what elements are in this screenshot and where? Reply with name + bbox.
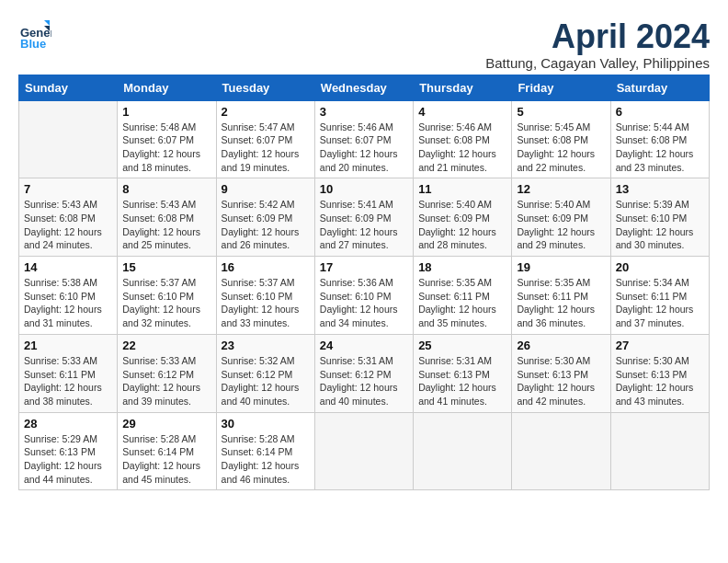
day-number: 25 <box>418 339 506 352</box>
calendar-cell: 10Sunrise: 5:41 AMSunset: 6:09 PMDayligh… <box>314 178 413 257</box>
day-number: 9 <box>222 182 310 196</box>
header-monday: Monday <box>118 75 216 100</box>
calendar-cell: 22Sunrise: 5:33 AMSunset: 6:12 PMDayligh… <box>118 334 216 412</box>
day-info: Sunrise: 5:38 AMSunset: 6:10 PMDaylight:… <box>24 276 112 330</box>
page-container: General Blue April 2024 Battung, Cagayan… <box>18 18 710 490</box>
day-number: 4 <box>418 105 506 119</box>
day-info: Sunrise: 5:40 AMSunset: 6:09 PMDaylight:… <box>418 198 506 252</box>
day-info: Sunrise: 5:29 AMSunset: 6:13 PMDaylight:… <box>24 432 112 487</box>
day-info: Sunrise: 5:31 AMSunset: 6:13 PMDaylight:… <box>418 354 506 408</box>
calendar-cell: 2Sunrise: 5:47 AMSunset: 6:07 PMDaylight… <box>216 100 314 178</box>
day-number: 17 <box>320 260 408 274</box>
calendar-cell: 11Sunrise: 5:40 AMSunset: 6:09 PMDayligh… <box>414 178 512 257</box>
calendar-cell <box>512 412 610 490</box>
calendar-cell <box>314 412 413 490</box>
calendar-cell: 8Sunrise: 5:43 AMSunset: 6:08 PMDaylight… <box>118 178 216 257</box>
calendar-cell: 19Sunrise: 5:35 AMSunset: 6:11 PMDayligh… <box>512 257 610 335</box>
day-info: Sunrise: 5:41 AMSunset: 6:09 PMDaylight:… <box>320 198 408 252</box>
calendar-cell <box>19 100 118 178</box>
day-number: 29 <box>122 417 210 431</box>
day-info: Sunrise: 5:36 AMSunset: 6:10 PMDaylight:… <box>320 276 408 330</box>
calendar-cell: 30Sunrise: 5:28 AMSunset: 6:14 PMDayligh… <box>216 412 314 490</box>
calendar-cell: 27Sunrise: 5:30 AMSunset: 6:13 PMDayligh… <box>610 334 709 412</box>
day-number: 5 <box>517 105 605 119</box>
calendar-table: SundayMondayTuesdayWednesdayThursdayFrid… <box>18 75 710 491</box>
calendar-cell: 14Sunrise: 5:38 AMSunset: 6:10 PMDayligh… <box>19 257 118 335</box>
svg-text:Blue: Blue <box>20 37 46 51</box>
week-row-2: 7Sunrise: 5:43 AMSunset: 6:08 PMDaylight… <box>19 178 710 257</box>
day-number: 12 <box>517 182 605 196</box>
calendar-cell: 21Sunrise: 5:33 AMSunset: 6:11 PMDayligh… <box>19 334 118 412</box>
calendar-cell: 5Sunrise: 5:45 AMSunset: 6:08 PMDaylight… <box>512 100 610 178</box>
header-row: SundayMondayTuesdayWednesdayThursdayFrid… <box>19 75 710 100</box>
day-info: Sunrise: 5:28 AMSunset: 6:14 PMDaylight:… <box>122 432 210 487</box>
day-number: 2 <box>222 105 310 119</box>
calendar-cell: 26Sunrise: 5:30 AMSunset: 6:13 PMDayligh… <box>512 334 610 412</box>
day-info: Sunrise: 5:46 AMSunset: 6:08 PMDaylight:… <box>418 121 506 175</box>
week-row-4: 21Sunrise: 5:33 AMSunset: 6:11 PMDayligh… <box>19 334 710 412</box>
day-info: Sunrise: 5:46 AMSunset: 6:07 PMDaylight:… <box>320 121 408 175</box>
day-info: Sunrise: 5:48 AMSunset: 6:07 PMDaylight:… <box>122 121 210 175</box>
day-info: Sunrise: 5:34 AMSunset: 6:11 PMDaylight:… <box>616 276 704 330</box>
day-number: 1 <box>122 105 210 119</box>
day-info: Sunrise: 5:30 AMSunset: 6:13 PMDaylight:… <box>616 354 704 408</box>
calendar-cell: 29Sunrise: 5:28 AMSunset: 6:14 PMDayligh… <box>118 412 216 490</box>
day-number: 6 <box>616 105 704 119</box>
day-info: Sunrise: 5:44 AMSunset: 6:08 PMDaylight:… <box>616 121 704 175</box>
day-number: 8 <box>122 182 210 196</box>
day-info: Sunrise: 5:28 AMSunset: 6:14 PMDaylight:… <box>222 432 310 487</box>
header-thursday: Thursday <box>414 75 512 100</box>
calendar-cell: 23Sunrise: 5:32 AMSunset: 6:12 PMDayligh… <box>216 334 314 412</box>
header-friday: Friday <box>512 75 610 100</box>
day-number: 20 <box>616 260 704 274</box>
calendar-cell <box>414 412 512 490</box>
calendar-cell: 1Sunrise: 5:48 AMSunset: 6:07 PMDaylight… <box>118 100 216 178</box>
day-number: 14 <box>24 260 112 274</box>
day-info: Sunrise: 5:31 AMSunset: 6:12 PMDaylight:… <box>320 354 408 408</box>
logo-icon: General Blue <box>18 18 51 52</box>
week-row-5: 28Sunrise: 5:29 AMSunset: 6:13 PMDayligh… <box>19 412 710 490</box>
calendar-cell: 13Sunrise: 5:39 AMSunset: 6:10 PMDayligh… <box>610 178 709 257</box>
day-number: 18 <box>418 260 506 274</box>
header-sunday: Sunday <box>19 75 118 100</box>
header: General Blue April 2024 Battung, Cagayan… <box>18 18 710 71</box>
day-info: Sunrise: 5:35 AMSunset: 6:11 PMDaylight:… <box>517 276 605 330</box>
calendar-cell: 18Sunrise: 5:35 AMSunset: 6:11 PMDayligh… <box>414 257 512 335</box>
location-title: Battung, Cagayan Valley, Philippines <box>485 55 710 71</box>
day-info: Sunrise: 5:43 AMSunset: 6:08 PMDaylight:… <box>122 198 210 252</box>
calendar-cell: 9Sunrise: 5:42 AMSunset: 6:09 PMDaylight… <box>216 178 314 257</box>
calendar-cell: 16Sunrise: 5:37 AMSunset: 6:10 PMDayligh… <box>216 257 314 335</box>
day-number: 26 <box>517 339 605 352</box>
calendar-cell: 24Sunrise: 5:31 AMSunset: 6:12 PMDayligh… <box>314 334 413 412</box>
day-info: Sunrise: 5:30 AMSunset: 6:13 PMDaylight:… <box>517 354 605 408</box>
day-number: 22 <box>122 339 210 352</box>
day-info: Sunrise: 5:35 AMSunset: 6:11 PMDaylight:… <box>418 276 506 330</box>
day-number: 11 <box>418 182 506 196</box>
week-row-3: 14Sunrise: 5:38 AMSunset: 6:10 PMDayligh… <box>19 257 710 335</box>
header-tuesday: Tuesday <box>216 75 314 100</box>
calendar-cell: 15Sunrise: 5:37 AMSunset: 6:10 PMDayligh… <box>118 257 216 335</box>
day-info: Sunrise: 5:45 AMSunset: 6:08 PMDaylight:… <box>517 121 605 175</box>
day-number: 19 <box>517 260 605 274</box>
calendar-cell: 28Sunrise: 5:29 AMSunset: 6:13 PMDayligh… <box>19 412 118 490</box>
day-info: Sunrise: 5:33 AMSunset: 6:12 PMDaylight:… <box>122 354 210 408</box>
day-info: Sunrise: 5:33 AMSunset: 6:11 PMDaylight:… <box>24 354 112 408</box>
logo: General Blue <box>18 18 53 52</box>
day-number: 16 <box>222 260 310 274</box>
header-saturday: Saturday <box>610 75 709 100</box>
day-number: 10 <box>320 182 408 196</box>
calendar-cell: 7Sunrise: 5:43 AMSunset: 6:08 PMDaylight… <box>19 178 118 257</box>
day-info: Sunrise: 5:47 AMSunset: 6:07 PMDaylight:… <box>222 121 310 175</box>
week-row-1: 1Sunrise: 5:48 AMSunset: 6:07 PMDaylight… <box>19 100 710 178</box>
day-info: Sunrise: 5:42 AMSunset: 6:09 PMDaylight:… <box>222 198 310 252</box>
calendar-cell: 12Sunrise: 5:40 AMSunset: 6:09 PMDayligh… <box>512 178 610 257</box>
day-number: 21 <box>24 339 112 352</box>
calendar-cell: 4Sunrise: 5:46 AMSunset: 6:08 PMDaylight… <box>414 100 512 178</box>
day-info: Sunrise: 5:37 AMSunset: 6:10 PMDaylight:… <box>222 276 310 330</box>
day-number: 24 <box>320 339 408 352</box>
day-number: 30 <box>222 417 310 431</box>
month-title: April 2024 <box>485 18 710 55</box>
calendar-cell: 17Sunrise: 5:36 AMSunset: 6:10 PMDayligh… <box>314 257 413 335</box>
day-info: Sunrise: 5:32 AMSunset: 6:12 PMDaylight:… <box>222 354 310 408</box>
day-number: 7 <box>24 182 112 196</box>
